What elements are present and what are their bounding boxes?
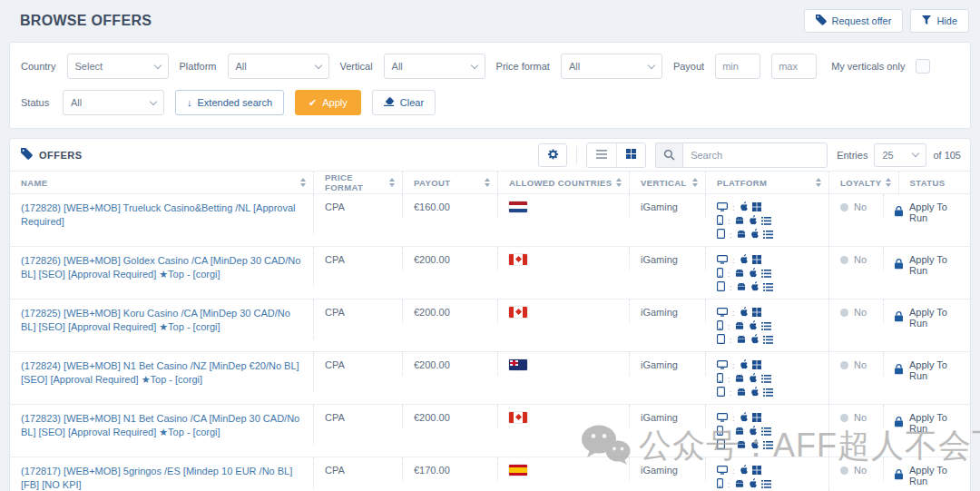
offers-rows: (172828) [WEB+MOB] Trueluck Casino&Betti… (10, 193, 970, 491)
android-icon (735, 427, 744, 437)
vertical-select-value: All (392, 61, 403, 72)
country-select-value: Select (75, 61, 103, 72)
apply-to-run-button[interactable]: Apply To Run (895, 465, 963, 486)
sort-icon[interactable] (886, 178, 891, 187)
sort-icon[interactable] (616, 178, 622, 187)
mobile-icon (717, 215, 723, 227)
price-format-cell: CPA (314, 194, 403, 218)
vertical-cell: iGaming (630, 247, 706, 270)
apply-to-run-button[interactable]: Apply To Run (895, 201, 963, 223)
payout-max-input[interactable] (771, 54, 817, 79)
country-flag (509, 359, 527, 370)
clear-label: Clear (400, 97, 424, 108)
request-offer-button[interactable]: Request offer (804, 9, 904, 33)
my-verticals-only-checkbox[interactable] (916, 59, 930, 74)
offer-name-link[interactable]: (172817) [WEB+MOB] 5gringos /ES [Mindep … (21, 465, 306, 491)
other-os-icon (761, 374, 771, 385)
windows-icon (752, 308, 761, 319)
apply-to-run-button[interactable]: Apply To Run (895, 412, 963, 434)
desktop-icon (717, 308, 728, 319)
platform-label: Platform (180, 61, 217, 72)
column-header-status[interactable]: STATUS (899, 172, 970, 193)
sort-icon[interactable] (389, 178, 395, 187)
offer-name-link[interactable]: (172828) [WEB+MOB] Trueluck Casino&Betti… (21, 201, 306, 229)
apply-to-run-button[interactable]: Apply To Run (895, 307, 963, 329)
table-tools: Entries 25 of 105 (538, 142, 961, 168)
apple-icon (740, 359, 748, 371)
apple-icon (749, 426, 757, 437)
tablet-icon (717, 439, 725, 451)
offer-name-cell: (172828) [WEB+MOB] Trueluck Casino&Betti… (10, 194, 314, 234)
grid-view-button[interactable] (616, 143, 645, 167)
lock-icon (895, 417, 903, 429)
offer-name-link[interactable]: (172826) [WEB+MOB] Goldex Casino /CA [Mi… (21, 254, 306, 281)
apple-icon (749, 215, 757, 227)
status-cell: Apply To Run (884, 247, 970, 281)
entries-select[interactable]: 25 (874, 143, 926, 167)
offers-toolbar: OFFERS (10, 139, 970, 172)
offer-name-cell: (172826) [WEB+MOB] Goldex Casino /CA [Mi… (10, 247, 314, 287)
dot-icon (840, 203, 848, 211)
desktop-icon (717, 413, 728, 424)
apple-icon (749, 478, 757, 490)
status-cell: Apply To Run (884, 300, 970, 334)
grid-view-icon (626, 149, 636, 161)
column-header-payout[interactable]: PAYOUT (403, 172, 498, 193)
apply-to-run-button[interactable]: Apply To Run (895, 359, 963, 381)
vertical-select[interactable]: All (384, 54, 485, 79)
column-header-price-format[interactable]: PRICE FORMAT (314, 172, 403, 193)
table-settings-button[interactable] (538, 143, 567, 167)
apply-button[interactable]: ✔ Apply (295, 90, 361, 115)
tablet-icon (717, 334, 725, 346)
table-row: (172823) [WEB+MOB] N1 Bet Casino /CA [Mi… (10, 404, 970, 457)
price-format-select[interactable]: All (561, 54, 662, 79)
offer-name-link[interactable]: (172823) [WEB+MOB] N1 Bet Casino /CA [Mi… (21, 412, 306, 439)
tag-icon (816, 15, 827, 27)
offer-name-link[interactable]: (172825) [WEB+MOB] Koru Casino /CA [MinD… (21, 307, 306, 334)
column-header-loyalty[interactable]: LOYALTY (829, 172, 899, 193)
eraser-icon (384, 97, 395, 108)
top-bar: BROWSE OFFERS Request offer Hide (0, 0, 980, 38)
list-view-button[interactable] (587, 143, 616, 167)
desktop-icon (717, 255, 728, 266)
windows-icon (752, 255, 761, 266)
allowed-countries-cell (498, 457, 630, 481)
tablet-icon (717, 281, 725, 293)
hide-filters-button[interactable]: Hide (910, 9, 969, 33)
country-flag (509, 465, 527, 476)
country-select[interactable]: Select (67, 54, 169, 79)
mobile-icon (717, 320, 723, 332)
table-row: (172824) [WEB+MOB] N1 Bet Casino /NZ [Mi… (10, 351, 970, 404)
platform-select[interactable]: All (228, 54, 329, 79)
clear-button[interactable]: Clear (372, 90, 436, 115)
column-header-name[interactable]: NAME (10, 172, 314, 193)
search-input[interactable] (682, 142, 828, 168)
extended-search-button[interactable]: ↓ Extended search (175, 90, 284, 115)
apply-label: Apply (322, 97, 348, 108)
other-os-icon (761, 216, 771, 227)
column-header-vertical[interactable]: VERTICAL (630, 172, 706, 193)
column-header-allowed-countries[interactable]: ALLOWED COUNTRIES (498, 172, 630, 193)
table-header: NAME PRICE FORMAT PAYOUT ALLOWED COUNTRI… (10, 172, 970, 193)
price-format-cell: CPA (314, 352, 403, 376)
other-os-icon (763, 388, 773, 398)
payout-min-input[interactable] (715, 54, 760, 79)
other-os-icon (761, 479, 771, 490)
tablet-icon (717, 387, 725, 398)
apply-to-run-button[interactable]: Apply To Run (895, 254, 963, 276)
table-row: (172828) [WEB+MOB] Trueluck Casino&Betti… (10, 193, 970, 246)
sort-icon[interactable] (692, 178, 698, 187)
sort-icon[interactable] (300, 178, 306, 187)
table-row: (172825) [WEB+MOB] Koru Casino /CA [MinD… (10, 299, 970, 351)
offers-panel: OFFERS (9, 138, 971, 491)
offers-panel-title: OFFERS (21, 148, 83, 162)
platform-cell: : : : (706, 194, 829, 246)
status-select[interactable]: All (63, 90, 164, 115)
sort-icon[interactable] (485, 178, 490, 187)
country-flag (509, 254, 527, 265)
price-format-cell: CPA (314, 300, 403, 323)
column-header-platform[interactable]: PLATFORM (706, 172, 829, 193)
offer-name-link[interactable]: (172824) [WEB+MOB] N1 Bet Casino /NZ [Mi… (21, 359, 306, 387)
toolbar-divider (576, 146, 577, 164)
sort-icon[interactable] (816, 178, 821, 187)
